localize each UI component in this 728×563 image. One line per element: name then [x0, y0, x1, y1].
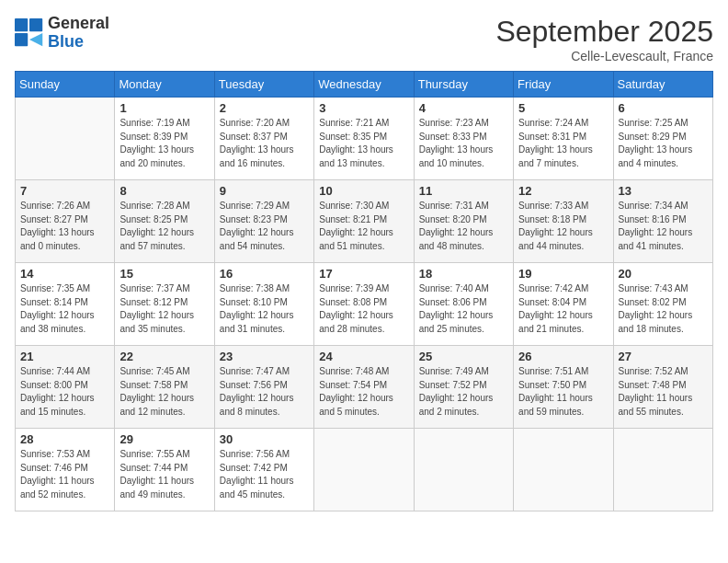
- month-title: September 2025: [495, 15, 713, 49]
- day-number: 30: [220, 432, 309, 446]
- calendar-week-row: 21Sunrise: 7:44 AM Sunset: 8:00 PM Dayli…: [16, 346, 713, 429]
- calendar-cell: 16Sunrise: 7:38 AM Sunset: 8:10 PM Dayli…: [214, 263, 313, 346]
- day-info: Sunrise: 7:35 AM Sunset: 8:14 PM Dayligh…: [20, 282, 109, 336]
- logo: General Blue: [15, 15, 109, 52]
- day-number: 19: [518, 267, 608, 281]
- day-number: 28: [20, 432, 109, 446]
- calendar-cell: 25Sunrise: 7:49 AM Sunset: 7:52 PM Dayli…: [414, 346, 513, 429]
- title-block: September 2025 Celle-Levescault, France: [495, 15, 713, 63]
- day-of-week-header: Friday: [514, 72, 613, 98]
- day-info: Sunrise: 7:56 AM Sunset: 7:42 PM Dayligh…: [220, 448, 309, 501]
- day-info: Sunrise: 7:28 AM Sunset: 8:25 PM Dayligh…: [119, 200, 209, 253]
- day-of-week-header: Saturday: [613, 72, 712, 98]
- calendar-cell: 10Sunrise: 7:30 AM Sunset: 8:21 PM Dayli…: [314, 180, 414, 263]
- day-number: 1: [119, 101, 209, 115]
- day-number: 7: [20, 184, 109, 198]
- calendar-cell: 6Sunrise: 7:25 AM Sunset: 8:29 PM Daylig…: [613, 98, 712, 180]
- calendar-cell: 1Sunrise: 7:19 AM Sunset: 8:39 PM Daylig…: [115, 98, 214, 180]
- logo-icon: [15, 18, 44, 48]
- day-info: Sunrise: 7:38 AM Sunset: 8:10 PM Dayligh…: [220, 282, 309, 336]
- calendar-cell: 27Sunrise: 7:52 AM Sunset: 7:48 PM Dayli…: [613, 346, 712, 429]
- day-info: Sunrise: 7:40 AM Sunset: 8:06 PM Dayligh…: [419, 282, 508, 336]
- day-number: 2: [220, 101, 309, 115]
- calendar-cell: 21Sunrise: 7:44 AM Sunset: 8:00 PM Dayli…: [16, 346, 115, 429]
- day-info: Sunrise: 7:19 AM Sunset: 8:39 PM Dayligh…: [119, 117, 209, 170]
- svg-rect-2: [15, 33, 28, 46]
- day-info: Sunrise: 7:45 AM Sunset: 7:58 PM Dayligh…: [119, 365, 209, 419]
- day-number: 27: [619, 350, 708, 363]
- calendar-cell: [414, 429, 513, 511]
- day-number: 16: [220, 267, 309, 281]
- day-number: 15: [119, 267, 209, 281]
- calendar-cell: [314, 429, 414, 511]
- day-number: 9: [220, 184, 309, 198]
- calendar-cell: 22Sunrise: 7:45 AM Sunset: 7:58 PM Dayli…: [115, 346, 214, 429]
- day-number: 5: [518, 101, 608, 115]
- day-info: Sunrise: 7:53 AM Sunset: 7:46 PM Dayligh…: [20, 448, 109, 501]
- svg-rect-0: [15, 18, 28, 31]
- day-info: Sunrise: 7:21 AM Sunset: 8:35 PM Dayligh…: [319, 117, 408, 170]
- calendar-cell: 14Sunrise: 7:35 AM Sunset: 8:14 PM Dayli…: [16, 263, 115, 346]
- day-of-week-header: Wednesday: [314, 72, 414, 98]
- calendar-cell: 8Sunrise: 7:28 AM Sunset: 8:25 PM Daylig…: [115, 180, 214, 263]
- calendar-week-row: 14Sunrise: 7:35 AM Sunset: 8:14 PM Dayli…: [16, 263, 713, 346]
- calendar-cell: 12Sunrise: 7:33 AM Sunset: 8:18 PM Dayli…: [514, 180, 613, 263]
- calendar-cell: 23Sunrise: 7:47 AM Sunset: 7:56 PM Dayli…: [214, 346, 313, 429]
- calendar-cell: 2Sunrise: 7:20 AM Sunset: 8:37 PM Daylig…: [214, 98, 313, 180]
- svg-marker-3: [29, 33, 42, 46]
- calendar-cell: 28Sunrise: 7:53 AM Sunset: 7:46 PM Dayli…: [16, 429, 115, 511]
- location: Celle-Levescault, France: [495, 49, 713, 63]
- day-number: 8: [119, 184, 209, 198]
- day-number: 13: [619, 184, 708, 198]
- day-info: Sunrise: 7:47 AM Sunset: 7:56 PM Dayligh…: [220, 365, 309, 419]
- day-number: 12: [518, 184, 608, 198]
- day-info: Sunrise: 7:24 AM Sunset: 8:31 PM Dayligh…: [518, 117, 608, 170]
- day-info: Sunrise: 7:43 AM Sunset: 8:02 PM Dayligh…: [619, 282, 708, 336]
- page-header: General Blue September 2025 Celle-Levesc…: [15, 15, 713, 63]
- day-number: 3: [319, 101, 408, 115]
- day-info: Sunrise: 7:49 AM Sunset: 7:52 PM Dayligh…: [419, 365, 508, 419]
- calendar-cell: 19Sunrise: 7:42 AM Sunset: 8:04 PM Dayli…: [514, 263, 613, 346]
- day-number: 6: [619, 101, 708, 115]
- day-info: Sunrise: 7:30 AM Sunset: 8:21 PM Dayligh…: [319, 200, 408, 253]
- day-info: Sunrise: 7:42 AM Sunset: 8:04 PM Dayligh…: [518, 282, 608, 336]
- calendar-cell: 13Sunrise: 7:34 AM Sunset: 8:16 PM Dayli…: [613, 180, 712, 263]
- calendar-cell: 3Sunrise: 7:21 AM Sunset: 8:35 PM Daylig…: [314, 98, 414, 180]
- day-info: Sunrise: 7:23 AM Sunset: 8:33 PM Dayligh…: [419, 117, 508, 170]
- calendar-cell: 9Sunrise: 7:29 AM Sunset: 8:23 PM Daylig…: [214, 180, 313, 263]
- calendar-cell: 29Sunrise: 7:55 AM Sunset: 7:44 PM Dayli…: [115, 429, 214, 511]
- day-info: Sunrise: 7:29 AM Sunset: 8:23 PM Dayligh…: [220, 200, 309, 253]
- calendar-cell: 11Sunrise: 7:31 AM Sunset: 8:20 PM Dayli…: [414, 180, 513, 263]
- day-of-week-header: Tuesday: [214, 72, 313, 98]
- day-info: Sunrise: 7:20 AM Sunset: 8:37 PM Dayligh…: [220, 117, 309, 170]
- day-of-week-header: Thursday: [414, 72, 513, 98]
- day-info: Sunrise: 7:51 AM Sunset: 7:50 PM Dayligh…: [518, 365, 608, 419]
- day-number: 23: [220, 350, 309, 363]
- day-info: Sunrise: 7:37 AM Sunset: 8:12 PM Dayligh…: [119, 282, 209, 336]
- day-number: 22: [119, 350, 209, 363]
- day-number: 24: [319, 350, 408, 363]
- day-info: Sunrise: 7:48 AM Sunset: 7:54 PM Dayligh…: [319, 365, 408, 419]
- day-number: 20: [619, 267, 708, 281]
- calendar-cell: 15Sunrise: 7:37 AM Sunset: 8:12 PM Dayli…: [115, 263, 214, 346]
- day-of-week-header: Sunday: [16, 72, 115, 98]
- calendar-cell: [613, 429, 712, 511]
- calendar-cell: 4Sunrise: 7:23 AM Sunset: 8:33 PM Daylig…: [414, 98, 513, 180]
- calendar-cell: 17Sunrise: 7:39 AM Sunset: 8:08 PM Dayli…: [314, 263, 414, 346]
- calendar-week-row: 1Sunrise: 7:19 AM Sunset: 8:39 PM Daylig…: [16, 98, 713, 180]
- calendar-table: SundayMondayTuesdayWednesdayThursdayFrid…: [15, 71, 713, 511]
- calendar-cell: 5Sunrise: 7:24 AM Sunset: 8:31 PM Daylig…: [514, 98, 613, 180]
- calendar-cell: [16, 98, 115, 180]
- day-number: 11: [419, 184, 508, 198]
- calendar-cell: 30Sunrise: 7:56 AM Sunset: 7:42 PM Dayli…: [214, 429, 313, 511]
- day-info: Sunrise: 7:31 AM Sunset: 8:20 PM Dayligh…: [419, 200, 508, 253]
- calendar-cell: 24Sunrise: 7:48 AM Sunset: 7:54 PM Dayli…: [314, 346, 414, 429]
- day-number: 26: [518, 350, 608, 363]
- calendar-cell: [514, 429, 613, 511]
- day-number: 10: [319, 184, 408, 198]
- calendar-week-row: 7Sunrise: 7:26 AM Sunset: 8:27 PM Daylig…: [16, 180, 713, 263]
- day-number: 17: [319, 267, 408, 281]
- day-info: Sunrise: 7:34 AM Sunset: 8:16 PM Dayligh…: [619, 200, 708, 253]
- calendar-week-row: 28Sunrise: 7:53 AM Sunset: 7:46 PM Dayli…: [16, 429, 713, 511]
- day-info: Sunrise: 7:39 AM Sunset: 8:08 PM Dayligh…: [319, 282, 408, 336]
